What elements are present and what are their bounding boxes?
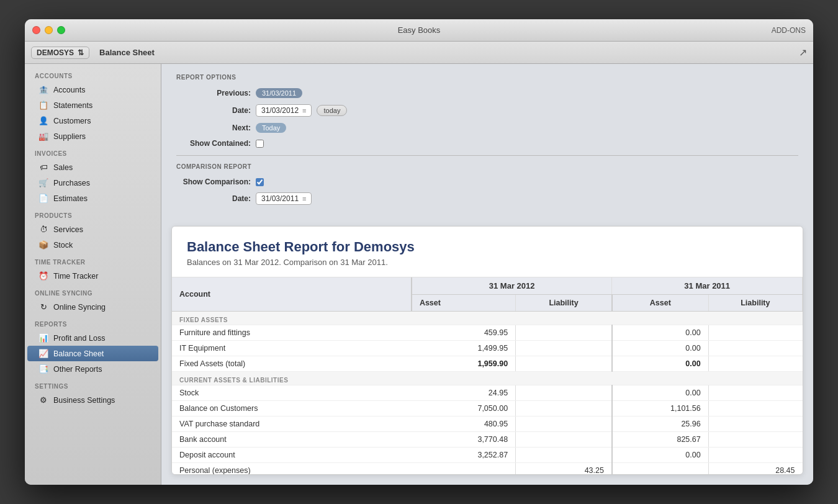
comparison-date-field[interactable]: 31/03/2011 ≡ [256,192,312,205]
sidebar-label-customers: Customers [53,117,91,125]
table-row: IT Equipment 1,499.95 0.00 [172,341,803,356]
sidebar-section-onlinesyncing: ONLINE SYNCING [25,284,161,299]
sidebar-section-settings: SETTINGS [25,377,161,392]
company-selector[interactable]: DEMOSYS ⇅ [31,47,89,59]
show-comparison-label: Show Comparison: [176,178,251,186]
account-name: Stock [172,385,412,401]
cell [516,432,612,448]
cell: 1,959.90 [412,356,516,372]
minimize-button[interactable] [45,26,53,34]
cell: 24.95 [412,385,516,401]
sidebar-item-onlinesyncing[interactable]: ↻ Online Syncing [25,299,161,315]
sidebar-item-stock[interactable]: 📦 Stock [25,237,161,253]
app-window: Easy Books ADD-ONS DEMOSYS ⇅ Balance She… [25,19,813,485]
table-row: Personal (expenses) 43.25 28.45 [172,463,803,475]
company-name: DEMOSYS [37,48,74,57]
next-label: Next: [176,124,251,132]
section-current-assets-header: CURRENT ASSETS & LIABILITIES [172,372,803,385]
sidebar-label-estimates: Estimates [53,194,88,203]
sidebar-item-timetracker[interactable]: ⏰ Time Tracker [25,268,161,284]
cell: 28.45 [708,463,802,475]
sidebar-item-estimates[interactable]: 📄 Estimates [25,191,161,206]
cell [708,432,802,448]
comparison-date-row: Date: 31/03/2011 ≡ [176,192,798,205]
sidebar-label-purchases: Purchases [53,179,90,187]
today-button[interactable]: today [317,105,347,116]
cell [516,416,612,432]
comparison-title: COMPARISON REPORT [176,163,798,170]
sidebar-item-statements[interactable]: 📋 Statements [25,97,161,113]
cell: 459.95 [412,325,516,341]
cell [708,401,802,416]
cell: 0.00 [612,341,708,356]
report-title: Balance Sheet Report for Demosys [187,239,788,255]
sidebar-section-products: PRODUCTS [25,206,161,222]
total-label: Fixed Assets (total) [172,356,412,372]
sidebar-item-otherreports[interactable]: 📑 Other Reports [25,361,161,377]
stock-icon: 📦 [38,240,48,250]
close-button[interactable] [32,26,40,34]
cell [412,463,516,475]
account-name: Balance on Customers [172,401,412,416]
show-comparison-checkbox[interactable] [256,178,264,186]
suppliers-icon: 🏭 [38,132,48,141]
sidebar-label-balancesheet: Balance Sheet [53,349,104,358]
section-fixed-assets-header: FIXED ASSETS [172,312,803,325]
purchases-icon: 🛒 [38,178,48,187]
sidebar-label-onlinesyncing: Online Syncing [53,303,106,312]
report-options-title: REPORT OPTIONS [176,74,798,81]
divider [176,155,798,156]
fixed-assets-label: FIXED ASSETS [172,312,803,325]
date-label: Date: [176,106,251,115]
sidebar-label-timetracker: Time Tracker [53,272,98,281]
previous-row: Previous: 31/03/2011 [176,88,798,98]
sidebar-label-profitloss: Profit and Loss [53,334,105,343]
sidebar-label-services: Services [53,225,83,234]
customers-icon: 👤 [38,116,48,125]
sidebar-section-timetracker: TIME TRACKER [25,253,161,268]
sidebar-section-accounts: ACCOUNTS [25,66,161,82]
services-icon: ⏱ [38,225,48,234]
cell [708,325,802,341]
cell: 480.95 [412,416,516,432]
addon-label: ADD-ONS [772,26,806,35]
date-value: 31/03/2012 [261,106,299,115]
cell: 43.25 [516,463,612,475]
cell [708,356,802,372]
sidebar-item-accounts[interactable]: 🏦 Accounts [25,82,161,97]
share-icon[interactable]: ↗ [799,47,807,58]
next-value[interactable]: Today [256,123,286,133]
chevron-icon: ⇅ [78,48,84,57]
sidebar-item-balancesheet[interactable]: 📈 Balance Sheet [27,346,158,361]
content-area: REPORT OPTIONS Previous: 31/03/2011 Date… [161,64,813,485]
date-field[interactable]: 31/03/2012 ≡ [256,104,312,117]
main-layout: ACCOUNTS 🏦 Accounts 📋 Statements 👤 Custo… [25,64,813,485]
previous-value[interactable]: 31/03/2011 [256,88,302,98]
breadcrumb: Balance Sheet [99,48,155,57]
sidebar-label-accounts: Accounts [53,86,85,94]
cell [516,325,612,341]
sidebar-item-suppliers[interactable]: 🏭 Suppliers [25,128,161,144]
sidebar-label-statements: Statements [53,101,92,110]
show-comparison-row: Show Comparison: [176,178,798,186]
cell: 0.00 [612,325,708,341]
cell: 1,499.95 [412,341,516,356]
sidebar-label-stock: Stock [53,241,73,250]
cell: 3,252.87 [412,448,516,463]
table-row: VAT purchase standard 480.95 25.96 [172,416,803,432]
sidebar-item-purchases[interactable]: 🛒 Purchases [25,175,161,191]
cell: 0.00 [612,448,708,463]
sidebar-item-profitloss[interactable]: 📊 Profit and Loss [25,330,161,346]
sidebar-label-otherreports: Other Reports [53,365,102,374]
current-assets-label: CURRENT ASSETS & LIABILITIES [172,372,803,385]
calendar-icon: ≡ [302,107,306,114]
maximize-button[interactable] [57,26,65,34]
table-row: Furniture and fittings 459.95 0.00 [172,325,803,341]
show-contained-checkbox[interactable] [256,140,264,148]
sidebar-item-customers[interactable]: 👤 Customers [25,113,161,128]
comparison-date-value: 31/03/2011 [261,194,299,203]
sidebar-item-services[interactable]: ⏱ Services [25,222,161,237]
sidebar-item-businesssettings[interactable]: ⚙ Business Settings [25,392,161,408]
cell [708,416,802,432]
sidebar-item-sales[interactable]: 🏷 Sales [25,160,161,175]
